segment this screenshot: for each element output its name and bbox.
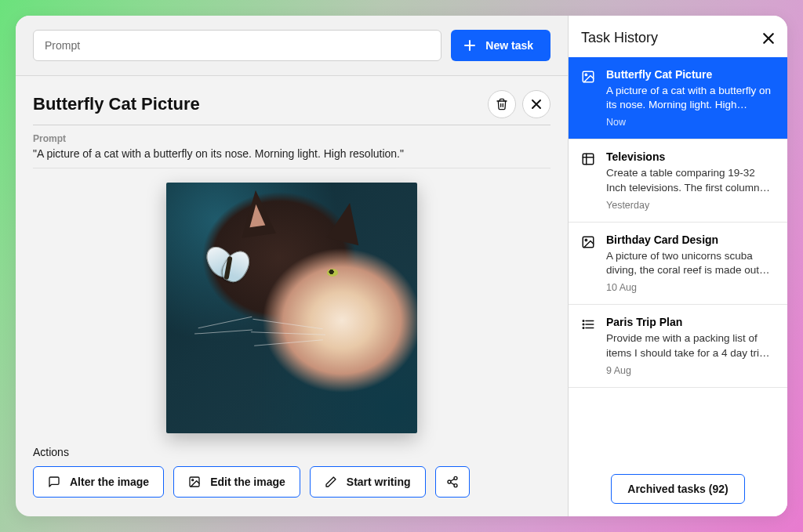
history-item-desc: A picture of two unicorns scuba diving, … xyxy=(606,249,775,277)
image-icon xyxy=(581,233,597,293)
new-task-button[interactable]: New task xyxy=(451,30,550,61)
history-body: Birthday Card DesignA picture of two uni… xyxy=(606,233,775,293)
trash-icon xyxy=(496,98,508,110)
image-icon xyxy=(581,68,597,128)
sidebar-header: Task History xyxy=(569,16,787,57)
close-detail-button[interactable] xyxy=(522,90,550,118)
close-icon xyxy=(762,32,775,45)
prompt-input[interactable] xyxy=(33,30,441,61)
table-icon xyxy=(581,150,597,210)
history-item-desc: Provide me with a packing list of items … xyxy=(606,331,775,360)
svg-point-13 xyxy=(585,239,587,241)
plus-icon xyxy=(463,39,476,52)
generated-image[interactable] xyxy=(166,183,417,433)
action-label: Edit the image xyxy=(210,476,285,488)
share-button[interactable] xyxy=(435,466,470,498)
prompt-section-label: Prompt xyxy=(33,133,550,144)
image-container xyxy=(33,168,550,441)
history-item[interactable]: Paris Trip PlanProvide me with a packing… xyxy=(569,305,787,387)
svg-point-1 xyxy=(192,480,194,481)
history-item-title: Televisions xyxy=(606,150,775,163)
history-item-time: 9 Aug xyxy=(606,365,775,376)
history-body: Paris Trip PlanProvide me with a packing… xyxy=(606,316,775,375)
alter-image-button[interactable]: Alter the image xyxy=(33,466,164,498)
history-item[interactable]: TelevisionsCreate a table comparing 19-3… xyxy=(569,139,787,222)
action-label: Start writing xyxy=(347,476,411,488)
list-icon xyxy=(581,316,597,375)
svg-rect-9 xyxy=(583,154,594,165)
history-item[interactable]: Butterfly Cat PictureA picture of a cat … xyxy=(569,57,787,139)
history-body: Butterfly Cat PictureA picture of a cat … xyxy=(606,68,775,128)
delete-button[interactable] xyxy=(488,90,516,118)
svg-line-6 xyxy=(450,483,454,485)
svg-line-5 xyxy=(450,479,454,481)
history-list: Butterfly Cat PictureA picture of a cat … xyxy=(569,57,787,461)
sidebar-title: Task History xyxy=(581,30,762,46)
new-task-label: New task xyxy=(485,39,533,52)
history-item[interactable]: Birthday Card DesignA picture of two uni… xyxy=(569,223,787,305)
sidebar-footer: Archived tasks (92) xyxy=(569,461,787,516)
edit-image-button[interactable]: Edit the image xyxy=(173,466,300,498)
title-row: Butterfly Cat Picture xyxy=(33,90,550,125)
start-writing-button[interactable]: Start writing xyxy=(310,466,426,498)
history-item-time: 10 Aug xyxy=(606,282,775,293)
task-history-sidebar: Task History Butterfly Cat PictureA pict… xyxy=(568,16,787,516)
close-icon xyxy=(531,99,542,110)
topbar: New task xyxy=(16,16,568,76)
history-item-title: Paris Trip Plan xyxy=(606,316,775,328)
close-sidebar-button[interactable] xyxy=(762,32,775,45)
history-item-desc: Create a table comparing 19-32 Inch tele… xyxy=(606,166,775,194)
page-title: Butterfly Cat Picture xyxy=(33,94,481,114)
svg-point-17 xyxy=(583,320,584,322)
history-item-title: Birthday Card Design xyxy=(606,233,775,246)
content-area: Butterfly Cat Picture Prompt "A picture … xyxy=(16,76,568,516)
svg-point-18 xyxy=(583,324,584,326)
prompt-text: "A picture of a cat with a butterfly on … xyxy=(33,144,550,168)
history-item-time: Yesterday xyxy=(606,200,775,211)
archived-tasks-button[interactable]: Archived tasks (92) xyxy=(611,474,744,504)
history-body: TelevisionsCreate a table comparing 19-3… xyxy=(606,150,775,210)
app-window: New task Butterfly Cat Picture Prompt "A xyxy=(16,16,787,516)
history-item-title: Butterfly Cat Picture xyxy=(606,68,775,81)
actions-row: Alter the image Edit the image Start wri… xyxy=(33,466,550,498)
svg-point-8 xyxy=(585,74,587,75)
share-icon xyxy=(446,476,459,488)
action-label: Alter the image xyxy=(70,476,149,488)
history-item-time: Now xyxy=(606,117,775,128)
main-panel: New task Butterfly Cat Picture Prompt "A xyxy=(16,16,568,516)
pencil-icon xyxy=(325,476,337,488)
svg-point-19 xyxy=(583,328,584,329)
actions-label: Actions xyxy=(33,446,550,458)
chat-icon xyxy=(48,476,60,488)
image-icon xyxy=(188,476,201,488)
history-item-desc: A picture of a cat with a butterfly on i… xyxy=(606,84,775,112)
